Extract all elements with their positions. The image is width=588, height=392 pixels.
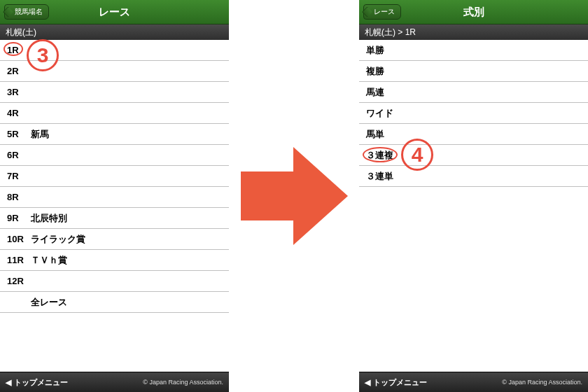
back-triangle-icon: ◀ (6, 378, 11, 387)
race-row[interactable]: 5R新馬 (0, 124, 229, 145)
race-name: ＴＶｈ賞 (31, 254, 67, 267)
header: 競馬場名 レース (0, 0, 229, 24)
breadcrumb: 札幌(土) > 1R (359, 24, 588, 40)
bet-type-row[interactable]: ワイド (359, 103, 588, 124)
race-row[interactable]: 4R (0, 103, 229, 124)
footer: ◀ トップメニュー © Japan Racing Association. (359, 372, 588, 392)
race-row[interactable]: 7R (0, 166, 229, 187)
header-title: 式別 (463, 6, 484, 19)
race-number: 3R (7, 87, 31, 97)
footer-top-menu[interactable]: ◀ トップメニュー (6, 377, 68, 388)
race-row[interactable]: 10Rライラック賞 (0, 229, 229, 250)
callout-circle-4: 4 (401, 139, 433, 171)
race-number: 9R (7, 213, 31, 223)
bet-type-label: 馬単 (366, 128, 384, 141)
race-number: 8R (7, 192, 31, 202)
bet-type-row[interactable]: 複勝 (359, 61, 588, 82)
footer: ◀ トップメニュー © Japan Racing Association. (0, 372, 229, 392)
race-name: 北辰特別 (31, 212, 67, 225)
bet-type-label: 馬連 (366, 86, 384, 99)
footer-copyright: © Japan Racing Association. (502, 379, 582, 386)
screen-race-list: 競馬場名 レース 札幌(土) 1R2R3R4R5R新馬6R7R8R9R北辰特別1… (0, 0, 229, 392)
race-row[interactable]: 8R (0, 187, 229, 208)
callout-4-label: 4 (412, 143, 424, 167)
bet-type-list: 単勝複勝馬連ワイド馬単３連複３連単 (359, 40, 588, 372)
bet-type-row[interactable]: ３連単 (359, 166, 588, 187)
callout-3-label: 3 (37, 43, 49, 67)
race-number: 10R (7, 234, 31, 244)
back-button[interactable]: 競馬場名 (4, 4, 49, 20)
race-number: 2R (7, 66, 31, 76)
bet-type-label: 複勝 (366, 65, 384, 78)
breadcrumb-text: 札幌(土) > 1R (365, 27, 416, 38)
race-row[interactable]: 3R (0, 82, 229, 103)
bet-type-label: ワイド (366, 107, 393, 120)
race-row[interactable]: 全レース (0, 292, 229, 313)
race-list: 1R2R3R4R5R新馬6R7R8R9R北辰特別10Rライラック賞11RＴＶｈ賞… (0, 40, 229, 372)
back-button[interactable]: レース (363, 4, 401, 20)
screen-bet-type: レース 式別 札幌(土) > 1R 単勝複勝馬連ワイド馬単３連複３連単 ◀ トッ… (359, 0, 588, 392)
back-button-label: レース (374, 7, 395, 17)
race-name: 全レース (31, 296, 67, 309)
bet-type-row[interactable]: 単勝 (359, 40, 588, 61)
race-number: 12R (7, 276, 31, 286)
breadcrumb: 札幌(土) (0, 24, 229, 40)
bet-type-row[interactable]: 馬連 (359, 82, 588, 103)
bet-type-row[interactable]: 馬単 (359, 124, 588, 145)
race-number: 5R (7, 129, 31, 139)
header-title: レース (99, 6, 130, 19)
back-triangle-icon: ◀ (365, 378, 370, 387)
callout-circle-3: 3 (27, 39, 59, 71)
race-number: 6R (7, 150, 31, 160)
race-number: 4R (7, 108, 31, 118)
race-name: ライラック賞 (31, 233, 85, 246)
back-button-label: 競馬場名 (15, 7, 43, 17)
race-number: 11R (7, 255, 31, 265)
header: レース 式別 (359, 0, 588, 24)
bet-type-label: 単勝 (366, 44, 384, 57)
race-row[interactable]: 6R (0, 145, 229, 166)
footer-top-menu[interactable]: ◀ トップメニュー (365, 377, 427, 388)
callout-highlight-3renpuku (363, 147, 398, 162)
race-row[interactable]: 9R北辰特別 (0, 208, 229, 229)
bet-type-label: ３連単 (366, 170, 393, 183)
race-row[interactable]: 12R (0, 271, 229, 292)
race-row[interactable]: 11RＴＶｈ賞 (0, 250, 229, 271)
race-number: 7R (7, 171, 31, 181)
breadcrumb-text: 札幌(土) (6, 27, 36, 38)
race-name: 新馬 (31, 128, 49, 141)
flow-arrow-icon (241, 147, 346, 245)
footer-top-menu-label: トップメニュー (14, 377, 68, 388)
footer-copyright: © Japan Racing Association. (143, 379, 223, 386)
callout-highlight-1r (4, 42, 23, 56)
footer-top-menu-label: トップメニュー (373, 377, 427, 388)
